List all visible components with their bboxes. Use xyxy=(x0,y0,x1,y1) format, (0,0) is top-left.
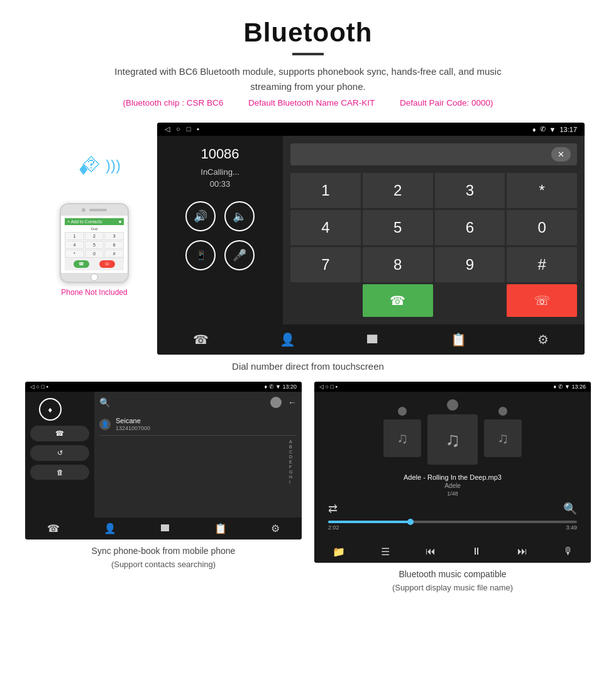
header-description: Integrated with BC6 Bluetooth module, su… xyxy=(113,64,503,94)
caption2-line1: Sync phone-book from mobile phone xyxy=(92,546,236,556)
volume-up-button[interactable]: 🔊 xyxy=(185,201,216,231)
phone-call-button[interactable]: ☎ xyxy=(74,260,89,268)
music-controls: ⇄ 🔍 xyxy=(322,502,583,516)
call-number: 10086 xyxy=(201,146,239,162)
nav-recent-icon: □ xyxy=(187,125,191,133)
phone-keypad: 1 2 3 4 5 6 * 0 # xyxy=(65,232,124,258)
pb-settings-icon[interactable]: ⚙ xyxy=(271,523,280,534)
dial-key-9[interactable]: 9 xyxy=(435,247,505,282)
pb-call-button[interactable]: ☎ xyxy=(30,426,89,441)
spec-code: Default Pair Code: 0000) xyxy=(400,98,493,108)
recent-tab-icon[interactable]: 📋 xyxy=(451,332,466,347)
answer-call-button[interactable]: ☎ xyxy=(363,284,433,317)
pb-status-left: ◁ ○ □ ▪ xyxy=(30,384,48,390)
dial-key-3[interactable]: 3 xyxy=(435,173,505,208)
music-eq-icon[interactable]: 🎙 xyxy=(563,546,573,558)
pb-contact-name: Seicane xyxy=(116,417,150,424)
dial-key-hash[interactable]: # xyxy=(507,247,577,282)
pb-signal-icon: ♦ ✆ ▼ xyxy=(264,384,281,390)
phone-home-button[interactable] xyxy=(91,274,98,281)
pb-sidebar: ⬧ ☎ ↺ 🗑 xyxy=(25,392,94,517)
bottom-row: ◁ ○ □ ▪ ♦ ✆ ▼ 13:20 ⬧ ☎ ↺ 🗑 xyxy=(0,382,616,594)
dial-key-8[interactable]: 8 xyxy=(363,247,433,282)
pb-contacts-icon[interactable]: 👤 xyxy=(104,523,116,534)
phone-key-8[interactable]: 0 xyxy=(85,250,104,258)
spec-chip: (Bluetooth chip : CSR BC6 xyxy=(123,98,223,108)
music-play-icon[interactable]: ⏸ xyxy=(471,546,481,558)
dial-input-row: ✕ xyxy=(290,143,577,165)
time-current: 2:02 xyxy=(328,524,339,531)
transfer-button[interactable]: 📱 xyxy=(185,240,216,270)
pb-dialpad-icon[interactable]: ⯀ xyxy=(160,523,170,534)
music-track-name: Adele - Rolling In the Deep.mp3 xyxy=(404,473,502,481)
pb-bottom-bar: ☎ 👤 ⯀ 📋 ⚙ xyxy=(25,517,302,539)
progress-fill xyxy=(328,521,410,523)
dial-key-star[interactable]: * xyxy=(507,173,577,208)
dial-key-0[interactable]: 0 xyxy=(507,210,577,245)
title-divider xyxy=(292,53,324,55)
dial-key-7[interactable]: 7 xyxy=(290,247,361,282)
phone-key-3[interactable]: 3 xyxy=(104,232,124,240)
phone-key-1[interactable]: 1 xyxy=(65,232,84,240)
phone-end-button[interactable]: ☏ xyxy=(99,260,115,268)
android-bottom-bar: ☎ 👤 ⯀ 📋 ⚙ xyxy=(157,324,585,355)
nav-dots-icon: ▪ xyxy=(197,125,199,133)
album-cover-left: ♫ xyxy=(383,419,421,457)
pb-contact-row[interactable]: 👤 Seicane 13241007000 xyxy=(99,413,297,436)
phone-tab-icon[interactable]: ☎ xyxy=(193,332,209,347)
pb-recent-icon[interactable]: 📋 xyxy=(214,523,227,534)
dial-key-2[interactable]: 2 xyxy=(363,173,433,208)
music-bottom-bar: 📁 ☰ ⏮ ⏸ ⏭ 🎙 xyxy=(314,541,591,563)
pb-delete-button[interactable]: 🗑 xyxy=(30,465,89,480)
android-screen-call: ◁ ○ □ ▪ ♦ ✆ ▼ 13:17 10086 InCalling... 0… xyxy=(157,123,585,355)
phone-camera-icon xyxy=(82,208,85,212)
music-signal-icon: ♦ ✆ ▼ xyxy=(553,384,570,390)
android-call-content: 10086 InCalling... 00:33 🔊 🔈 📱 🎤 ✕ xyxy=(157,136,585,324)
nav-home-icon: ○ xyxy=(176,125,180,133)
dial-key-6[interactable]: 6 xyxy=(435,210,505,245)
dialpad-area: ✕ 1 2 3 * 4 5 6 0 7 8 9 # ☎ xyxy=(283,136,585,324)
music-folder-icon[interactable]: 📁 xyxy=(333,546,345,558)
bluetooth-logo-icon: ⯑ xyxy=(82,153,102,176)
music-next-icon[interactable]: ⏭ xyxy=(517,546,527,558)
phone-key-4[interactable]: 4 xyxy=(65,241,84,249)
pb-phone-icon[interactable]: ☎ xyxy=(47,523,60,534)
dial-key-5[interactable]: 5 xyxy=(363,210,433,245)
music-list-icon[interactable]: ☰ xyxy=(381,546,390,558)
phone-screen: + Add to Contacts ■ Dial 1 2 3 4 5 6 * 0… xyxy=(61,216,128,273)
pb-nav-back: ◁ xyxy=(30,384,35,390)
pb-sync-button[interactable]: ↺ xyxy=(30,445,89,461)
music-nav-back: ◁ xyxy=(319,384,324,390)
caption3-line2: (Support display music file name) xyxy=(392,583,513,592)
settings-tab-icon[interactable]: ⚙ xyxy=(537,332,549,347)
phone-key-2[interactable]: 2 xyxy=(85,232,104,240)
mute-button[interactable]: 🎤 xyxy=(224,240,255,270)
contacts-tab-icon[interactable]: 👤 xyxy=(280,332,295,347)
wifi-icon: ▼ xyxy=(549,126,556,133)
phone-key-7[interactable]: * xyxy=(65,250,84,258)
pb-contact-info: Seicane 13241007000 xyxy=(116,417,150,431)
phone-speaker-icon xyxy=(89,209,107,211)
phone-header-bar: + Add to Contacts ■ xyxy=(65,218,124,225)
end-call-button[interactable]: ☏ xyxy=(507,284,577,317)
dial-key-1[interactable]: 1 xyxy=(290,173,361,208)
pb-time: 13:20 xyxy=(282,384,297,390)
progress-handle[interactable] xyxy=(407,519,414,525)
pb-scrub-handle[interactable] xyxy=(270,397,282,408)
page-title: Bluetooth xyxy=(25,18,591,48)
shuffle-icon[interactable]: ⇄ xyxy=(328,502,338,516)
phone-key-9[interactable]: # xyxy=(104,250,124,258)
music-progress-bar: 2:02 3:49 xyxy=(322,521,583,531)
music-prev-icon[interactable]: ⏮ xyxy=(426,546,436,558)
dialpad-tab-icon[interactable]: ⯀ xyxy=(366,332,379,347)
search-icon[interactable]: 🔍 xyxy=(563,502,577,516)
music-nav-home: ○ xyxy=(326,384,329,390)
pb-bluetooth-icon: ⬧ xyxy=(39,398,62,421)
music-album-row: ♫ ♫ ♫ xyxy=(383,399,522,465)
dial-key-4[interactable]: 4 xyxy=(290,210,361,245)
header-specs: (Bluetooth chip : CSR BC6 Default Blueto… xyxy=(25,98,591,108)
backspace-button[interactable]: ✕ xyxy=(551,147,571,162)
phone-key-6[interactable]: 6 xyxy=(104,241,124,249)
volume-down-button[interactable]: 🔈 xyxy=(224,201,255,231)
phone-key-5[interactable]: 5 xyxy=(85,241,104,249)
